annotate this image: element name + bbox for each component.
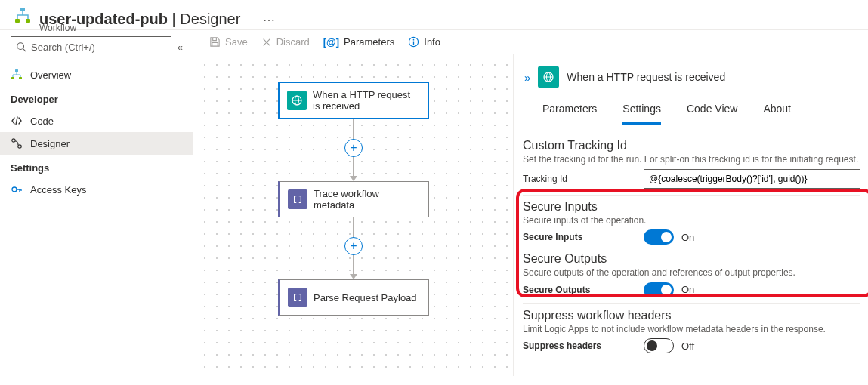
svg-point-10 <box>12 187 17 192</box>
suppress-headers-toggle[interactable] <box>644 338 674 353</box>
designer-canvas[interactable]: When a HTTP request is received + Trace … <box>194 54 513 376</box>
access-keys-icon <box>11 183 23 196</box>
setting-tracking-title: Custom Tracking Id <box>523 139 860 152</box>
sidebar: Search (Ctrl+/) « Overview Developer Cod… <box>0 30 193 376</box>
svg-point-12 <box>413 39 415 41</box>
parameters-button[interactable]: [@] Parameters <box>323 36 395 48</box>
svg-point-3 <box>17 43 24 50</box>
toolbar: Save Discard [@] Parameters Info <box>194 30 868 54</box>
setting-secure-outputs-label: Secure Outputs <box>523 285 644 295</box>
node-parse-payload[interactable]: Parse Request Payload <box>278 279 429 316</box>
scope-icon <box>288 189 307 209</box>
workflow-app-icon <box>14 6 32 24</box>
parameters-icon: [@] <box>323 36 339 48</box>
sidebar-heading-developer: Developer <box>0 86 193 109</box>
setting-secure-inputs-label: Secure Inputs <box>523 232 644 242</box>
save-icon <box>209 36 221 48</box>
setting-secure-outputs-desc: Secure outputs of the operation and refe… <box>523 267 860 279</box>
close-icon <box>261 37 272 48</box>
code-icon <box>11 115 23 127</box>
add-step-button[interactable]: + <box>344 237 363 255</box>
toggle-state: Off <box>681 340 694 352</box>
svg-point-8 <box>12 139 15 142</box>
search-icon <box>16 42 26 52</box>
collapse-sidebar-icon[interactable]: « <box>178 42 183 53</box>
sidebar-item-designer[interactable]: Designer <box>0 132 193 155</box>
sidebar-item-label: Access Keys <box>30 184 86 196</box>
sidebar-item-label: Code <box>30 116 54 127</box>
svg-rect-2 <box>26 19 30 23</box>
setting-tracking-label: Tracking Id <box>523 174 644 184</box>
sidebar-item-label: Overview <box>30 69 71 81</box>
setting-suppress-desc: Limit Logic Apps to not include workflow… <box>523 324 860 336</box>
settings-panel: » When a HTTP request is received Parame… <box>513 54 868 376</box>
svg-rect-6 <box>11 77 14 79</box>
panel-title: When a HTTP request is received <box>567 71 725 83</box>
setting-tracking-desc: Set the tracking id for the run. For spl… <box>523 154 860 166</box>
node-label: Parse Request Payload <box>314 292 417 303</box>
setting-secure-inputs-title: Secure Inputs <box>523 200 860 214</box>
http-trigger-icon <box>287 91 307 110</box>
svg-rect-1 <box>15 19 20 23</box>
svg-point-9 <box>18 145 21 148</box>
search-input[interactable]: Search (Ctrl+/) <box>11 36 171 57</box>
svg-rect-0 <box>20 8 25 11</box>
svg-rect-5 <box>15 69 18 72</box>
more-actions-icon[interactable]: ⋯ <box>263 13 275 27</box>
http-trigger-icon <box>538 66 559 88</box>
sidebar-item-label: Designer <box>30 138 70 149</box>
tab-parameters[interactable]: Parameters <box>542 98 597 125</box>
toggle-state: On <box>681 284 694 295</box>
sidebar-heading-settings: Settings <box>0 155 193 178</box>
svg-rect-7 <box>19 77 22 79</box>
setting-suppress-label: Suppress headers <box>523 340 644 351</box>
tab-codeview[interactable]: Code View <box>687 98 737 125</box>
page-subtitle: Workflow <box>39 23 76 33</box>
toggle-state: On <box>681 232 694 243</box>
setting-suppress-title: Suppress workflow headers <box>523 309 860 322</box>
info-icon <box>408 36 419 48</box>
node-trace-metadata[interactable]: Trace workflow metadata <box>278 181 429 217</box>
node-label: Trace workflow metadata <box>314 188 421 211</box>
overview-icon <box>11 69 23 81</box>
add-step-button[interactable]: + <box>344 139 363 157</box>
sidebar-item-overview[interactable]: Overview <box>0 63 193 86</box>
sidebar-item-code[interactable]: Code <box>0 109 193 132</box>
search-placeholder: Search (Ctrl+/) <box>31 42 95 53</box>
svg-rect-13 <box>413 42 414 45</box>
tab-about[interactable]: About <box>763 98 791 125</box>
tracking-id-input[interactable] <box>644 169 860 189</box>
node-label: When a HTTP request is received <box>313 89 420 112</box>
sidebar-item-access-keys[interactable]: Access Keys <box>0 178 193 201</box>
discard-button[interactable]: Discard <box>261 36 310 48</box>
svg-line-4 <box>23 49 26 52</box>
setting-secure-outputs-title: Secure Outputs <box>523 252 860 266</box>
secure-outputs-toggle[interactable] <box>644 282 674 297</box>
secure-inputs-toggle[interactable] <box>644 229 674 245</box>
setting-secure-inputs-desc: Secure inputs of the operation. <box>523 215 860 227</box>
node-http-trigger[interactable]: When a HTTP request is received <box>278 82 429 119</box>
tab-settings[interactable]: Settings <box>622 98 661 125</box>
collapse-panel-icon[interactable]: » <box>524 71 530 84</box>
info-button[interactable]: Info <box>408 36 440 48</box>
designer-icon <box>11 137 23 149</box>
scope-icon <box>288 288 307 307</box>
save-button[interactable]: Save <box>209 36 248 48</box>
